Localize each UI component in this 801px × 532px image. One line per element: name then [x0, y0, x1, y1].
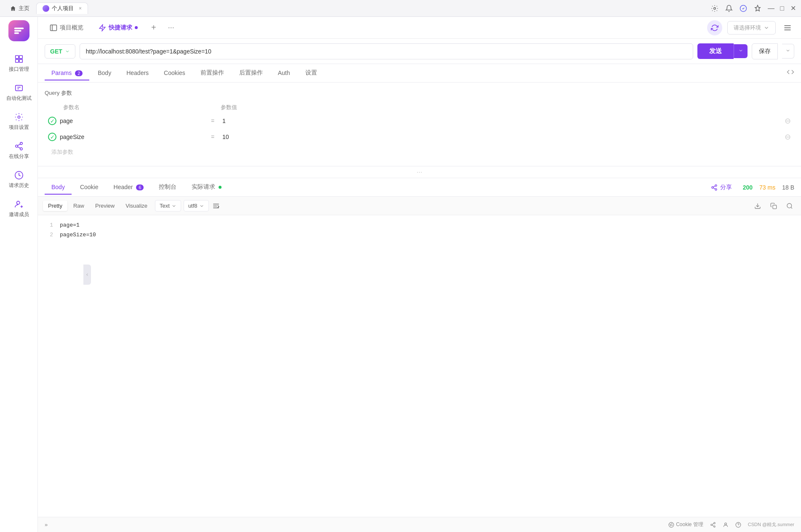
bell-icon[interactable] [725, 5, 733, 12]
response-header-badge: 6 [136, 184, 144, 190]
add-param-button[interactable]: 添加参数 [45, 145, 794, 159]
param-check-1[interactable]: ✓ [48, 133, 56, 141]
maximize-button[interactable]: □ [779, 5, 785, 11]
refresh-button[interactable] [707, 20, 722, 35]
status-time: 73 ms [759, 184, 775, 191]
format-raw[interactable]: Raw [68, 201, 89, 211]
format-visualize[interactable]: Visualize [120, 201, 152, 211]
footer: » Cookie 管理 CSDN @精戈.summer [38, 517, 801, 532]
sidebar-item-share[interactable]: 在线分享 [3, 137, 35, 164]
collapse-button[interactable] [83, 265, 91, 285]
nav-dot [135, 26, 138, 29]
format-pretty[interactable]: Pretty [43, 201, 67, 211]
param-remove-0[interactable]: ⊖ [785, 116, 791, 126]
sidebar-item-settings[interactable]: 项目设置 [3, 108, 35, 135]
logo-icon [13, 24, 25, 37]
svg-point-38 [787, 203, 792, 208]
svg-point-46 [711, 524, 713, 526]
tab-params[interactable]: Params 2 [45, 66, 89, 80]
tab-auth[interactable]: Auth [271, 66, 297, 80]
hamburger-button[interactable] [781, 21, 794, 35]
indent-button[interactable] [210, 200, 222, 212]
tab-home[interactable]: 主页 [5, 3, 35, 14]
footer-icon3[interactable] [735, 522, 741, 528]
svg-point-19 [16, 201, 19, 204]
sidebar-item-invite[interactable]: 邀请成员 [3, 195, 35, 222]
response-body-label: Body [51, 184, 65, 190]
project-icon [43, 5, 49, 12]
save-button[interactable]: 保存 [752, 43, 778, 59]
nav-overview-label: 项目概览 [60, 24, 83, 32]
encoding-select[interactable]: utf8 [184, 200, 209, 211]
autotest-icon [14, 83, 24, 93]
search-button[interactable] [783, 200, 796, 212]
download-button[interactable] [751, 200, 764, 212]
check-circle-icon[interactable] [740, 5, 747, 12]
copy-button[interactable] [767, 200, 780, 212]
code-view-button[interactable] [787, 68, 794, 78]
sidebar-item-history[interactable]: 请求历史 [3, 166, 35, 193]
save-dropdown-button[interactable] [782, 44, 794, 59]
sidebar-invite-label: 邀请成员 [9, 211, 29, 218]
footer-icon2[interactable] [723, 522, 729, 528]
tab-post-ops[interactable]: 后置操作 [232, 66, 270, 81]
response-tab-header[interactable]: Header 6 [107, 180, 151, 195]
expand-icon: » [45, 521, 48, 528]
footer-icon1[interactable] [710, 522, 716, 528]
history-icon [14, 170, 24, 180]
line-number-2: 2 [45, 230, 53, 240]
response-cookie-label: Cookie [80, 184, 99, 190]
sidebar-item-api[interactable]: 接口管理 [3, 50, 35, 77]
nav-add-button[interactable]: + [148, 23, 160, 32]
app-container: 接口管理 自动化测试 项目设置 在线分享 请求历史 [0, 17, 801, 532]
tab-project[interactable]: 个人项目 × [36, 3, 88, 14]
response-tabs: Body Cookie Header 6 控制台 实际请求 分享 [38, 178, 801, 197]
response-tab-actual[interactable]: 实际请求 [185, 180, 228, 195]
tab-cookies[interactable]: Cookies [157, 66, 192, 80]
line-content-2: pageSize=10 [60, 230, 96, 240]
method-chevron-icon [65, 49, 70, 54]
refresh-icon [711, 24, 718, 32]
method-select[interactable]: GET [45, 44, 75, 59]
window-controls: — □ ✕ [768, 5, 796, 11]
cookie-manage-label: Cookie 管理 [676, 521, 703, 528]
code-icon [787, 68, 794, 76]
overview-icon [50, 24, 57, 32]
line-content-1: page=1 [60, 220, 80, 230]
svg-point-40 [669, 522, 674, 527]
request-bar: GET 发送 保存 [38, 39, 801, 64]
nav-quickreq[interactable]: 快捷请求 [93, 21, 143, 34]
response-tab-cookie[interactable]: Cookie [73, 180, 105, 195]
tab-pre-ops[interactable]: 前置操作 [194, 66, 231, 81]
tab-headers[interactable]: Headers [120, 66, 155, 80]
nav-overview[interactable]: 项目概览 [45, 21, 88, 34]
minimize-button[interactable]: — [768, 5, 774, 11]
settings-icon[interactable] [711, 5, 718, 12]
response-tab-console[interactable]: 控制台 [152, 180, 183, 195]
svg-point-42 [672, 524, 672, 524]
param-remove-1[interactable]: ⊖ [785, 132, 791, 142]
env-select[interactable]: 请选择环境 [727, 21, 776, 35]
response-tab-body[interactable]: Body [45, 180, 72, 195]
pin-icon[interactable] [754, 5, 761, 12]
tab-close-button[interactable]: × [79, 5, 82, 11]
url-input[interactable] [80, 43, 693, 59]
search-icon [786, 203, 793, 209]
tab-body[interactable]: Body [91, 66, 118, 80]
share-button[interactable]: 分享 [707, 182, 736, 193]
quickreq-icon [99, 24, 106, 32]
section-divider[interactable]: ··· [38, 166, 801, 178]
tab-settings[interactable]: 设置 [299, 66, 324, 81]
send-button[interactable]: 发送 [697, 43, 734, 59]
svg-point-15 [20, 148, 22, 150]
format-preview[interactable]: Preview [90, 201, 120, 211]
svg-line-16 [17, 147, 20, 148]
close-button[interactable]: ✕ [790, 5, 796, 11]
cookie-manage-button[interactable]: Cookie 管理 [668, 521, 703, 528]
param-check-0[interactable]: ✓ [48, 117, 56, 125]
sidebar-item-autotest[interactable]: 自动化测试 [3, 79, 35, 106]
nav-more-button[interactable]: ··· [165, 23, 178, 32]
footer-expand-button[interactable]: » [45, 521, 48, 528]
send-dropdown-button[interactable] [734, 44, 748, 58]
format-type-select[interactable]: Text [155, 200, 181, 211]
